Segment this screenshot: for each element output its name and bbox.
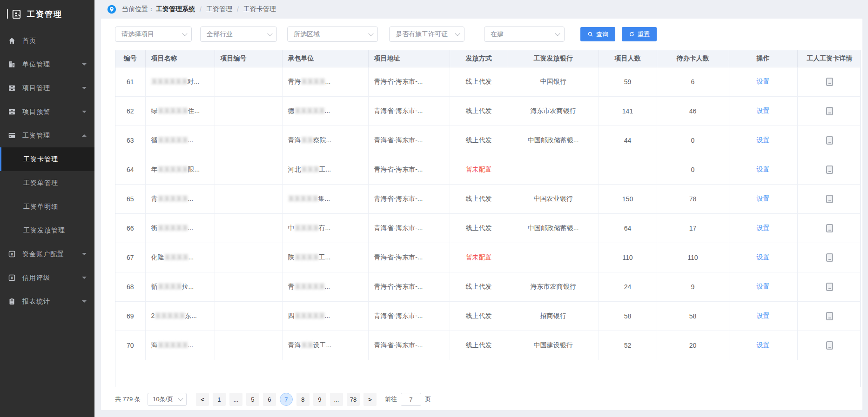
page-button-78[interactable]: 78 [347, 393, 360, 406]
masked-text: 某某某某某 [295, 107, 325, 114]
page-button-7[interactable]: 7 [280, 393, 293, 406]
card-detail-icon[interactable] [826, 224, 833, 232]
sidebar-subitem-label: 工资发放管理 [23, 226, 65, 235]
chevron-down-icon [455, 31, 460, 36]
filter-bar: 请选择项目全部行业所选区域是否有施工许可证在建查询重置 [115, 26, 861, 42]
masked-text: 某某某某某 [158, 136, 188, 144]
settings-link[interactable]: 设置 [757, 107, 770, 114]
filter-select-value: 在建 [491, 30, 504, 39]
card-detail-icon[interactable] [826, 136, 833, 145]
projects-table: 编号项目名称项目编号承包单位项目地址发放方式工资发放银行项目人数待办卡人数操作工… [115, 50, 861, 360]
chevron-down-icon [178, 396, 183, 401]
masked-text: 某某某 [301, 165, 319, 173]
sidebar-subitem-label: 工资单明细 [23, 203, 58, 211]
cell-action: 设置 [729, 331, 797, 360]
content-card: 请选择项目全部行业所选区域是否有施工许可证在建查询重置 编号项目名称项目编号承包… [101, 19, 862, 410]
page-ellipsis[interactable]: ... [229, 393, 242, 406]
sidebar-item-label: 项目管理 [22, 84, 79, 93]
card-detail-icon[interactable] [826, 107, 833, 115]
cell-card-detail [797, 243, 861, 272]
card-detail-icon[interactable] [826, 253, 833, 262]
cell-contractor: 河北某某某工... [282, 155, 368, 184]
sidebar-subitem-工资单明细[interactable]: 工资单明细 [0, 195, 94, 218]
cell-contractor: 四某某某某某... [282, 301, 368, 331]
cell-address: 青海省-海东市-... [368, 184, 450, 213]
sidebar-item-1[interactable]: 首页 [0, 29, 94, 53]
breadcrumb-item-2[interactable]: 工资卡管理 [243, 5, 276, 13]
cell-project-name: 青某某某某某... [145, 184, 215, 213]
settings-link[interactable]: 设置 [757, 195, 770, 202]
page-size-select[interactable]: 10条/页 [148, 393, 187, 406]
cell-people-count: 59 [599, 67, 657, 96]
cell-address: 青海省-海东市-... [368, 96, 450, 126]
breadcrumb-item-1[interactable]: 工资管理 [206, 5, 232, 13]
page-button-8[interactable]: 8 [296, 393, 310, 406]
cell-project-code [215, 96, 282, 126]
filter-select-2[interactable]: 全部行业 [200, 26, 277, 42]
settings-link[interactable]: 设置 [757, 312, 770, 319]
cell-action: 设置 [729, 126, 797, 155]
card-detail-icon[interactable] [826, 195, 833, 203]
sidebar-item-5[interactable]: 工资管理 [0, 124, 94, 147]
breadcrumb-root[interactable]: 工资管理系统 [156, 5, 195, 13]
sidebar-item-6[interactable]: ¥资金账户配置 [0, 242, 94, 266]
settings-link[interactable]: 设置 [757, 341, 770, 349]
settings-link[interactable]: 设置 [757, 283, 770, 290]
cell-contractor: 德某某某某某... [282, 96, 368, 126]
filter-select-4[interactable]: 是否有施工许可证 [389, 26, 464, 42]
sidebar-item-7[interactable]: ¥信用评级 [0, 266, 94, 290]
cell-bank: 海东市农商银行 [508, 272, 599, 301]
search-button[interactable]: 查询 [580, 27, 615, 41]
sidebar-item-8[interactable]: 报表统计 [0, 290, 94, 313]
cell-address: 青海省-海东市-... [368, 243, 450, 272]
settings-link[interactable]: 设置 [757, 253, 770, 261]
column-header-操作: 操作 [729, 50, 797, 67]
column-header-项目人数: 项目人数 [599, 50, 657, 67]
cell-people-count: 110 [599, 243, 657, 272]
settings-link[interactable]: 设置 [757, 224, 770, 232]
filter-select-5[interactable]: 在建 [484, 26, 565, 42]
page-button-1[interactable]: 1 [213, 393, 226, 406]
reset-button[interactable]: 重置 [622, 27, 657, 41]
masked-text: 某某某某 [295, 253, 319, 261]
filter-select-3[interactable]: 所选区域 [287, 26, 378, 42]
page-button-5[interactable]: 5 [246, 393, 259, 406]
masked-text: 某某某某 [301, 78, 325, 85]
table-row: 692某某某某某东...四某某某某某...青海省-海东市-...线上代发招商银行… [115, 301, 861, 331]
cell-project-code [215, 331, 282, 360]
card-detail-icon[interactable] [826, 78, 833, 86]
card-detail-icon[interactable] [826, 312, 833, 320]
cell-card-detail [797, 155, 861, 184]
sidebar-subitem-label: 工资卡管理 [23, 155, 58, 164]
cell-project-name: 年某某某某某限... [145, 155, 215, 184]
cell-bank: 中国银行 [508, 67, 599, 96]
filter-select-1[interactable]: 请选择项目 [115, 26, 192, 42]
chevron-down-icon [267, 31, 272, 36]
sidebar-item-4[interactable]: 项目预警 [0, 100, 94, 124]
cell-pending-count: 6 [657, 67, 729, 96]
sidebar-item-label: 信用评级 [22, 274, 79, 282]
settings-link[interactable]: 设置 [757, 136, 770, 144]
page-button-9[interactable]: 9 [313, 393, 326, 406]
card-detail-icon[interactable] [826, 165, 833, 174]
goto-page-input[interactable] [401, 393, 421, 406]
chevron-down-icon [82, 253, 87, 255]
prev-page-button[interactable]: < [196, 393, 209, 406]
card-detail-icon[interactable] [826, 341, 833, 350]
card-detail-icon[interactable] [826, 283, 833, 291]
cell-pay-mode: 线上代发 [450, 96, 508, 126]
sidebar-subitem-工资卡管理[interactable]: 工资卡管理 [0, 147, 94, 171]
cell-pending-count: 9 [657, 272, 729, 301]
sidebar-item-label: 首页 [22, 37, 87, 45]
page-ellipsis[interactable]: ... [330, 393, 343, 406]
settings-link[interactable]: 设置 [757, 78, 770, 85]
settings-link[interactable]: 设置 [757, 165, 770, 173]
sidebar-item-3[interactable]: 项目管理 [0, 76, 94, 100]
page-button-6[interactable]: 6 [263, 393, 276, 406]
cell-pay-mode: 线上代发 [450, 184, 508, 213]
cell-action: 设置 [729, 213, 797, 243]
next-page-button[interactable]: > [363, 393, 377, 406]
sidebar-subitem-工资发放管理[interactable]: 工资发放管理 [0, 218, 94, 242]
sidebar-subitem-工资单管理[interactable]: 工资单管理 [0, 171, 94, 195]
sidebar-item-2[interactable]: 单位管理 [0, 53, 94, 76]
